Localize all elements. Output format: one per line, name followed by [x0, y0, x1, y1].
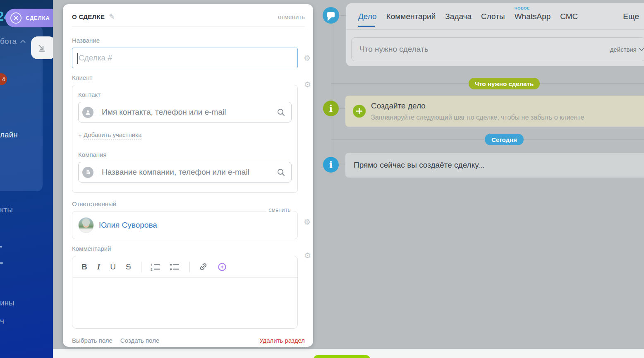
sidebar-item-rabota[interactable]: бота [0, 37, 26, 46]
tab-sms[interactable]: СМС [560, 12, 578, 21]
deal-name-input-wrap: ⚙ [72, 48, 298, 68]
save-deal-button[interactable] [314, 355, 370, 358]
sidebar-item-label: бота [0, 37, 17, 46]
toolbar-divider [141, 262, 141, 272]
timeline-connector [339, 165, 345, 165]
deal-name-input[interactable] [72, 48, 297, 68]
ordered-list-button[interactable]: 1 2 [151, 263, 160, 271]
divider [97, 106, 97, 118]
company-search-input[interactable] [102, 168, 274, 177]
info-icon-blue: i [323, 157, 339, 173]
feed-tabs: Дело Комментарий Задача Слоты НОВОЕ What… [346, 3, 644, 30]
actions-dropdown[interactable]: действия [610, 46, 644, 53]
date-pill: Сегодня [485, 134, 524, 145]
svg-text:2: 2 [151, 267, 153, 271]
sidebar: 24 СДЕЛКА бота 4 лайн кты ины ч [0, 0, 53, 358]
timeline-line [331, 24, 331, 165]
task-input[interactable] [352, 45, 610, 54]
gear-icon[interactable]: ⚙ [304, 81, 311, 89]
cancel-button[interactable]: отменить [278, 13, 305, 20]
sidebar-item-fragment [0, 246, 2, 247]
sidebar-item-misc[interactable]: ч [0, 317, 4, 326]
deal-create-modal-page: 24 СДЕЛКА бота 4 лайн кты ины ч [0, 0, 644, 358]
tab-delo[interactable]: Дело [358, 12, 377, 21]
add-task-button[interactable] [353, 105, 366, 118]
collapse-arrow-icon [36, 43, 47, 53]
notification-count: 4 [2, 76, 5, 82]
plus-icon [356, 108, 362, 114]
deal-chip-label: СДЕЛКА [26, 15, 50, 21]
status-message: Прямо сейчас вы создаёте сделку... [354, 161, 485, 170]
status-message-card: Прямо сейчас вы создаёте сделку... [345, 153, 644, 178]
select-field-link[interactable]: Выбрать поле [72, 337, 113, 345]
responsible-box: СМЕНИТЬ ⚙ Юлия Суворова [72, 211, 298, 239]
chat-bubble-icon [323, 7, 339, 24]
modal-footer [53, 349, 644, 358]
toolbar-divider [189, 262, 190, 272]
timeline-connector [339, 15, 346, 16]
comment-textarea[interactable] [72, 278, 297, 329]
tab-slots[interactable]: Слоты [481, 12, 505, 21]
link-button[interactable] [199, 262, 208, 271]
strikethrough-button[interactable]: S [126, 263, 131, 271]
tab-more[interactable]: Еще [623, 12, 639, 21]
contact-search-input[interactable] [102, 108, 274, 117]
info-icon-green: i [323, 101, 339, 116]
change-responsible-link[interactable]: СМЕНИТЬ [266, 208, 293, 213]
company-icon [82, 167, 93, 178]
client-section-label: Клиент [72, 74, 298, 81]
client-box: ⚙ Контакт + Добавить участника Компания [72, 85, 298, 193]
tab-task[interactable]: Задача [445, 12, 472, 21]
editor-toolbar: B I U S 1 2 [72, 256, 297, 278]
chevron-down-icon [639, 48, 644, 51]
text-caret [77, 53, 78, 64]
ai-assistant-button[interactable] [218, 262, 227, 272]
edit-section-icon[interactable]: ✎ [109, 12, 115, 21]
hint-pill: Что нужно сделать [469, 78, 540, 89]
gear-icon[interactable]: ⚙ [304, 54, 311, 62]
sidebar-item-online[interactable]: лайн [0, 130, 18, 139]
responsible-user-link[interactable]: Юлия Суворова [99, 221, 157, 230]
bullet-list-button[interactable] [170, 263, 180, 271]
timeline-connector [339, 108, 345, 109]
tab-whatsapp-label: WhatsApp [515, 12, 551, 21]
search-icon[interactable] [277, 108, 285, 116]
person-icon [82, 107, 93, 118]
search-icon[interactable] [277, 168, 285, 176]
add-participant-link[interactable]: Добавить участника [84, 131, 141, 139]
comment-label: Комментарий [72, 245, 298, 252]
header-divider [72, 26, 305, 27]
company-field-label: Компания [78, 151, 292, 158]
collapse-panel-button[interactable] [31, 36, 53, 59]
bold-button[interactable]: B [81, 263, 87, 271]
create-field-link[interactable]: Создать поле [120, 337, 159, 345]
add-participant-row: + Добавить участника [78, 131, 292, 138]
close-icon[interactable] [10, 12, 22, 24]
actions-label: действия [610, 46, 637, 53]
contact-field-label: Контакт [78, 91, 292, 98]
tab-comment[interactable]: Комментарий [386, 12, 436, 21]
plus-sign: + [78, 131, 82, 138]
underline-button[interactable]: U [110, 263, 116, 271]
sidebar-item-contacts[interactable]: кты [0, 205, 13, 214]
comment-editor: ⚙ B I U S 1 2 [72, 256, 298, 329]
deal-chip[interactable]: СДЕЛКА [5, 9, 53, 27]
italic-button[interactable]: I [97, 263, 100, 271]
deal-form-header: О СДЕЛКЕ ✎ отменить [72, 12, 305, 21]
feed-tab-panel: Дело Комментарий Задача Слоты НОВОЕ What… [346, 3, 644, 66]
company-search-input-wrap [78, 162, 292, 183]
avatar [78, 217, 94, 233]
name-field-label: Название [72, 37, 298, 44]
gear-icon[interactable]: ⚙ [304, 218, 311, 226]
section-title: О СДЕЛКЕ [72, 13, 105, 20]
create-task-card[interactable] [345, 96, 644, 127]
chevron-up-icon [20, 40, 26, 43]
create-task-subtitle: Запланируйте следующий шаг по сделке, чт… [371, 114, 584, 121]
tab-whatsapp[interactable]: НОВОЕ WhatsApp [515, 12, 551, 21]
contact-search-input-wrap [78, 102, 292, 123]
delete-section-link[interactable]: Удалить раздел [259, 337, 305, 345]
responsible-label: Ответственный [72, 200, 298, 207]
svg-text:1: 1 [151, 263, 153, 267]
sidebar-item-shops[interactable]: ины [0, 298, 14, 308]
form-footer-links: Выбрать поле Создать поле Удалить раздел [72, 337, 305, 345]
